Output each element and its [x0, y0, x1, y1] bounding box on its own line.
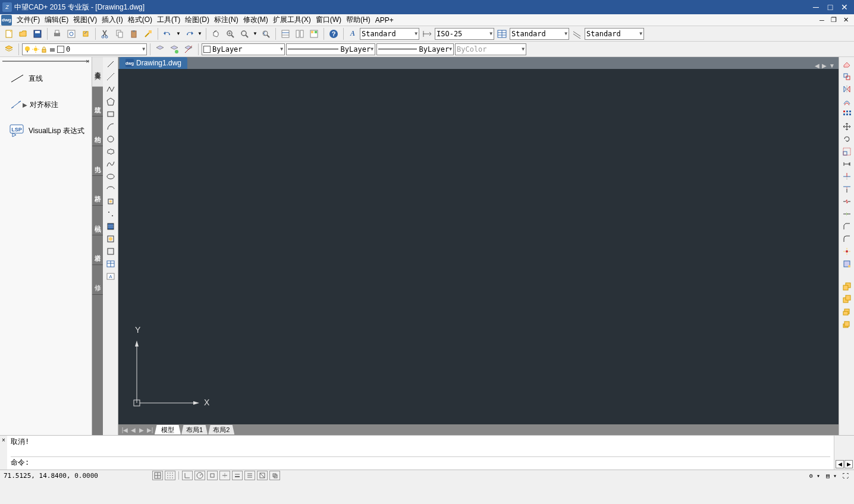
- linetype-dropdown[interactable]: ByLayer▼: [286, 43, 375, 55]
- tab-prev-button[interactable]: ◀: [129, 426, 137, 434]
- zoom-dropdown[interactable]: ▼: [252, 27, 258, 40]
- color-dropdown[interactable]: ByLayer▼: [202, 43, 285, 55]
- palette-item-visuallisp[interactable]: LSP VisualLisp 表达式: [0, 118, 92, 144]
- command-input[interactable]: [30, 459, 830, 467]
- vtab-modify2[interactable]: 修: [92, 265, 103, 295]
- redo-button[interactable]: [183, 27, 196, 40]
- vtab-electric[interactable]: 电力: [92, 146, 103, 176]
- undo-button[interactable]: [161, 27, 174, 40]
- mdi-close-button[interactable]: ✕: [841, 16, 850, 24]
- point-tool[interactable]: [104, 208, 117, 220]
- tab-first-button[interactable]: |◀: [121, 426, 129, 434]
- region-tool[interactable]: [104, 245, 117, 257]
- menu-insert[interactable]: 插入(I): [99, 14, 125, 26]
- bring-above-tool[interactable]: [840, 305, 853, 317]
- view-tab-layout1[interactable]: 布局1: [181, 425, 208, 434]
- cmd-close-button[interactable]: ×: [0, 436, 7, 470]
- drawing-canvas[interactable]: Y X: [118, 69, 839, 424]
- dim-style-dropdown[interactable]: ISO-25▼: [435, 28, 494, 40]
- fillet-tool[interactable]: [840, 233, 853, 245]
- mirror-tool[interactable]: [840, 83, 853, 95]
- tab-list-button[interactable]: ▼: [829, 62, 835, 69]
- xline-tool[interactable]: [104, 71, 117, 83]
- menu-app[interactable]: APP+: [373, 15, 396, 26]
- publish-button[interactable]: [79, 27, 92, 40]
- lwt-toggle[interactable]: [232, 471, 243, 480]
- table-tool[interactable]: [104, 258, 117, 270]
- ellipse-tool[interactable]: [104, 171, 117, 182]
- help-icon[interactable]: ?: [327, 27, 340, 40]
- preview-button[interactable]: [65, 27, 78, 40]
- grid-toggle[interactable]: [165, 471, 175, 480]
- gradient-tool[interactable]: [104, 233, 117, 245]
- pan-button[interactable]: [209, 27, 222, 40]
- redo-dropdown[interactable]: ▼: [197, 27, 203, 40]
- pline-tool[interactable]: [104, 83, 117, 95]
- menu-dimension[interactable]: 标注(N): [212, 14, 241, 26]
- text-style-dropdown[interactable]: Standard▼: [360, 28, 419, 40]
- layer-isolate-button[interactable]: [182, 43, 195, 56]
- vtab-arch[interactable]: 建筑: [92, 87, 103, 116]
- mline-style-dropdown[interactable]: Standard▼: [585, 28, 644, 40]
- vtab-construct[interactable]: 结构: [92, 116, 103, 146]
- move-tool[interactable]: [840, 121, 853, 133]
- fullscreen-button[interactable]: ⛶: [841, 472, 850, 479]
- polar-toggle[interactable]: [194, 471, 205, 480]
- join-tool[interactable]: [840, 208, 853, 220]
- trim-tool[interactable]: [840, 171, 853, 182]
- menu-file[interactable]: 文件(F): [14, 14, 42, 26]
- layer-states-button[interactable]: [168, 43, 181, 56]
- tab-last-button[interactable]: ▶|: [146, 426, 154, 434]
- osnap-toggle[interactable]: [207, 471, 218, 480]
- spline-tool[interactable]: [104, 158, 117, 170]
- revcloud-tool[interactable]: [104, 146, 117, 158]
- offset-tool[interactable]: [840, 96, 853, 108]
- new-button[interactable]: [2, 27, 15, 40]
- design-center-button[interactable]: [293, 27, 306, 40]
- otrack-toggle[interactable]: [219, 471, 230, 480]
- properties-button[interactable]: [279, 27, 292, 40]
- extend-tool[interactable]: [840, 183, 853, 195]
- model-toggle[interactable]: [257, 471, 268, 480]
- rectangle-tool[interactable]: [104, 108, 117, 120]
- match-button[interactable]: [142, 27, 155, 40]
- tab-next-button[interactable]: ▶: [137, 426, 146, 434]
- paste-button[interactable]: [127, 27, 140, 40]
- chamfer-tool[interactable]: [840, 220, 853, 232]
- explode-tool[interactable]: [840, 245, 853, 257]
- menu-extension[interactable]: 扩展工具(X): [271, 14, 313, 26]
- menu-view[interactable]: 视图(V): [71, 14, 99, 26]
- close-button[interactable]: ✕: [837, 1, 852, 13]
- snap-toggle[interactable]: [152, 471, 163, 480]
- layer-dropdown[interactable]: 0 ▼: [22, 43, 147, 55]
- menu-format[interactable]: 格式(O): [125, 14, 155, 26]
- table-style-dropdown[interactable]: Standard▼: [510, 28, 569, 40]
- zoom-previous-button[interactable]: [259, 27, 272, 40]
- lineweight-dropdown[interactable]: ByLayer▼: [376, 43, 454, 55]
- tool-palettes-button[interactable]: [307, 27, 321, 40]
- bring-front-tool[interactable]: [840, 281, 853, 292]
- layer-manager-button[interactable]: [2, 43, 15, 56]
- tab-prev-button[interactable]: ◀: [815, 62, 820, 69]
- view-tab-model[interactable]: 模型: [155, 425, 181, 434]
- menu-window[interactable]: 窗口(W): [313, 14, 344, 26]
- vtab-mechanic[interactable]: 机械: [92, 206, 103, 235]
- save-button[interactable]: [31, 27, 44, 40]
- vtab-road[interactable]: 道桥: [92, 235, 103, 265]
- copy-button[interactable]: [113, 27, 126, 40]
- break-tool[interactable]: [840, 196, 853, 207]
- status-menu-button[interactable]: ▤ ▾: [824, 472, 839, 479]
- menu-modify[interactable]: 修改(M): [241, 14, 271, 26]
- scale-tool[interactable]: [840, 146, 853, 158]
- gear-icon[interactable]: ⚙ ▾: [808, 472, 822, 479]
- palette-item-line[interactable]: 直线: [0, 65, 92, 92]
- cut-button[interactable]: [99, 27, 112, 40]
- view-tab-layout2[interactable]: 布局2: [208, 425, 234, 434]
- cycle-toggle[interactable]: [269, 471, 280, 480]
- menu-help[interactable]: 帮助(H): [344, 14, 373, 26]
- array-tool[interactable]: [840, 108, 853, 120]
- copy-tool[interactable]: [840, 71, 853, 83]
- menu-tools[interactable]: 工具(T): [155, 14, 183, 26]
- undo-dropdown[interactable]: ▼: [175, 27, 181, 40]
- doc-tab[interactable]: dwg Drawing1.dwg: [120, 57, 187, 69]
